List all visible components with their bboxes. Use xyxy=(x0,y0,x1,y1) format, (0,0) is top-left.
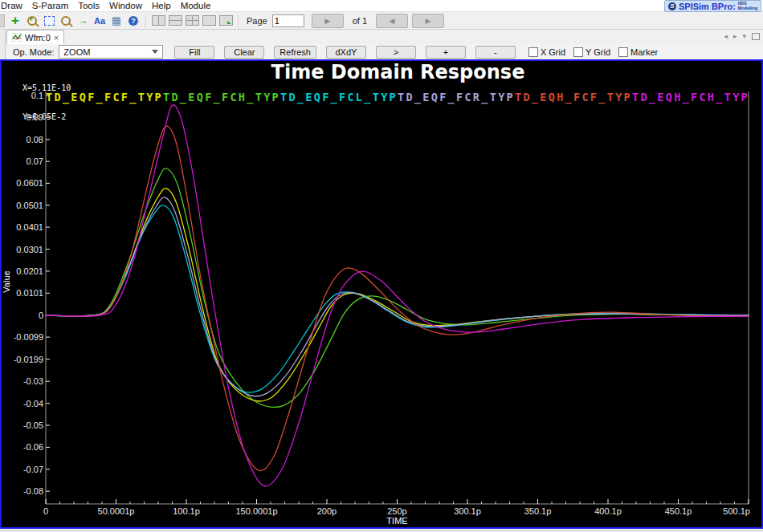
select-region-button[interactable] xyxy=(42,14,56,28)
checkbox-box-icon xyxy=(618,47,628,57)
x-tick-label: 350.1p xyxy=(524,506,552,516)
x-tick-label: 450.1p xyxy=(665,506,692,516)
y-tick-label: 0.09 xyxy=(27,112,43,122)
checkbox-y-grid[interactable]: Y Grid xyxy=(573,47,610,57)
x-tick-label: 300.1p xyxy=(454,506,481,516)
y-tick-label: 0.0201 xyxy=(16,266,43,276)
tab-close-icon[interactable]: × xyxy=(54,34,59,42)
tab-nav-back-icon[interactable]: ◂ xyxy=(724,32,728,40)
chevron-down-icon xyxy=(152,50,158,54)
op-mode-value: ZOOM xyxy=(63,47,90,57)
x-tick-label: 50.0001p xyxy=(98,506,135,516)
menu-item-help[interactable]: Help xyxy=(147,1,176,10)
help-button[interactable]: ? xyxy=(126,14,141,28)
x-tick-label: 200p xyxy=(317,506,337,516)
page-prev-button[interactable]: ◀ xyxy=(376,14,408,28)
menu-item-draw[interactable]: Draw xyxy=(0,1,27,10)
y-tick-label: -0.0099 xyxy=(14,332,43,342)
checkbox-x-grid[interactable]: X Grid xyxy=(528,47,565,57)
waveform-chart-panel[interactable]: X=5.11E-10 Y=6.05E-2 Time Domain Respons… xyxy=(0,59,763,529)
y-tick-label: 0.07 xyxy=(27,156,43,166)
opbar-button--[interactable]: > xyxy=(376,46,416,59)
y-tick-label: 0.0601 xyxy=(16,178,43,188)
report-button[interactable]: ▦ xyxy=(109,14,124,28)
curve-td-eqf-fcf-typ xyxy=(46,189,749,401)
op-mode-bar: Op. Mode: ZOOM FillClearRefreshdXdY>+- X… xyxy=(0,44,763,59)
y-tick-label: 0.0501 xyxy=(16,201,43,210)
brand-subtitle: IBIS Modeling xyxy=(738,2,757,10)
zoom-in-button[interactable]: + xyxy=(25,14,39,28)
tab-nav-forward-icon[interactable]: ▸ xyxy=(733,32,737,40)
page-next-button[interactable]: ▶ xyxy=(312,14,344,28)
arrow-right-icon: → xyxy=(78,14,88,26)
plot-area[interactable]: 050.0001p100.1p150.0001p200p250p300.1p35… xyxy=(2,61,761,527)
menu-item-window[interactable]: Window xyxy=(104,1,147,10)
opbar-button--[interactable]: - xyxy=(475,46,516,59)
split-horizontal-icon xyxy=(169,15,182,26)
brand-badge: S SPISim BPro: IBIS Modeling xyxy=(664,0,761,12)
curve-td-eqf-fcl-typ xyxy=(46,205,749,392)
status-bar xyxy=(0,529,763,532)
checkbox-label: X Grid xyxy=(541,47,565,57)
add-icon: + xyxy=(11,15,19,26)
checkbox-box-icon xyxy=(573,47,583,57)
curve-td-eqh-fch-typ xyxy=(46,105,749,486)
opbar-button-dxdy[interactable]: dXdY xyxy=(326,46,366,59)
y-tick-label: 0.0301 xyxy=(16,245,43,254)
tab-list-dropdown-icon[interactable]: ▾ xyxy=(742,32,746,40)
menu-item-tools[interactable]: Tools xyxy=(73,1,104,10)
main-toolbar: + + → Aa ▦ ? Page ▶ of 1 ◀ ▶ xyxy=(0,12,763,30)
layout-split-horizontal-button[interactable] xyxy=(168,14,182,28)
y-axis-title: Value xyxy=(2,270,11,292)
add-button[interactable]: + xyxy=(8,14,22,28)
report-table-icon: ▦ xyxy=(112,14,121,26)
y-tick-label: 0.0101 xyxy=(16,288,43,298)
x-tick-label: 0 xyxy=(43,506,48,516)
opbar-button--[interactable]: + xyxy=(426,46,466,59)
menu-bar: DrawS-ParamToolsWindowHelpModule S SPISi… xyxy=(0,0,763,12)
checkbox-marker[interactable]: Marker xyxy=(618,47,658,57)
curve-td-eqf-fch-typ xyxy=(46,169,749,408)
single-pane-icon xyxy=(202,15,216,26)
page-input[interactable] xyxy=(272,14,304,27)
page-of-label: of 1 xyxy=(353,16,367,26)
font-icon: Aa xyxy=(94,16,105,26)
op-mode-select[interactable]: ZOOM xyxy=(59,45,163,59)
layout-grid-button[interactable] xyxy=(185,14,199,28)
new-window-button[interactable] xyxy=(218,14,233,28)
layout-split-vertical-button[interactable] xyxy=(151,14,165,28)
opbar-buttons: FillClearRefreshdXdY>+- xyxy=(174,46,516,59)
page-label: Page xyxy=(247,16,267,26)
spisim-logo-icon: S xyxy=(668,2,676,10)
menu-item-module[interactable]: Module xyxy=(176,1,216,10)
menu-items: DrawS-ParamToolsWindowHelpModule xyxy=(0,1,215,10)
x-tick-label: 150.0001p xyxy=(236,506,278,516)
zoom-button[interactable] xyxy=(59,14,73,28)
page-fwd-button[interactable]: ▶ xyxy=(412,14,444,28)
y-tick-label: -0.04 xyxy=(23,399,43,408)
help-icon: ? xyxy=(129,16,138,26)
font-button[interactable]: Aa xyxy=(92,14,107,28)
layout-single-button[interactable] xyxy=(202,14,216,28)
tab-strip: Wfm:0 × ◂ ▸ ▾ xyxy=(0,30,763,44)
new-window-icon xyxy=(219,15,233,26)
clipped-icon xyxy=(0,14,5,27)
tab-label: Wfm:0 xyxy=(25,33,51,43)
curve-td-eqh-fcf-typ xyxy=(46,126,749,471)
y-tick-label: -0.08 xyxy=(23,486,43,496)
maximize-icon[interactable] xyxy=(752,33,760,40)
checkbox-box-icon xyxy=(528,47,538,57)
opbar-button-refresh[interactable]: Refresh xyxy=(274,46,316,59)
opbar-button-clear[interactable]: Clear xyxy=(224,46,264,59)
x-tick-label: 100.1p xyxy=(173,506,200,516)
brand-sub-bottom: Modeling xyxy=(738,6,757,11)
x-tick-label: 250p xyxy=(387,506,406,516)
y-tick-label: 0.08 xyxy=(27,135,43,144)
toolbar-separator xyxy=(145,14,146,27)
tab-wfm0[interactable]: Wfm:0 × xyxy=(6,30,64,44)
zoom-in-icon: + xyxy=(27,16,37,26)
tab-controls: ◂ ▸ ▾ xyxy=(724,32,760,40)
run-button[interactable]: → xyxy=(75,14,90,28)
opbar-button-fill[interactable]: Fill xyxy=(174,46,214,59)
menu-item-s-param[interactable]: S-Param xyxy=(27,1,73,10)
